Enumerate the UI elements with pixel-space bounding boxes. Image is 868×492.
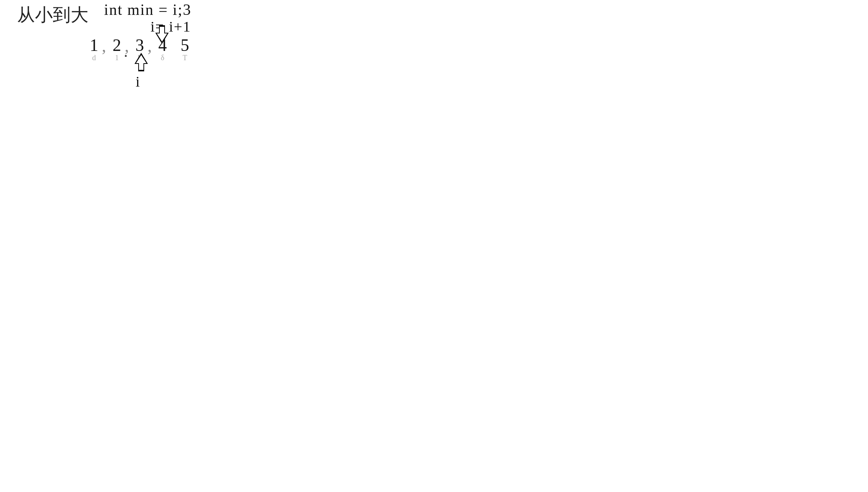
num-2: 2 1 xyxy=(108,35,126,62)
num-5: 5 T xyxy=(176,35,194,62)
page-title: 从小到大 xyxy=(17,3,88,27)
arrow-up-indicator xyxy=(135,53,148,71)
num-sub-4: δ xyxy=(161,54,164,62)
dot-indicator xyxy=(125,55,127,57)
num-value-3: 3 xyxy=(136,35,144,55)
num-value-4: 4 xyxy=(158,35,167,55)
num-sub-2: 1 xyxy=(115,54,119,62)
code-line1: int min = i;3 xyxy=(104,1,191,19)
num-value-5: 5 xyxy=(181,35,189,55)
num-sub-1: d xyxy=(92,54,96,62)
num-sub-5: T xyxy=(182,54,187,62)
svg-marker-3 xyxy=(136,55,146,70)
num-value-2: 2 xyxy=(113,35,121,55)
num-4: 4 δ xyxy=(153,35,172,62)
i-index-label: i xyxy=(136,73,140,90)
num-value-1: 1 xyxy=(90,35,98,55)
num-1: 1 d xyxy=(85,35,103,62)
